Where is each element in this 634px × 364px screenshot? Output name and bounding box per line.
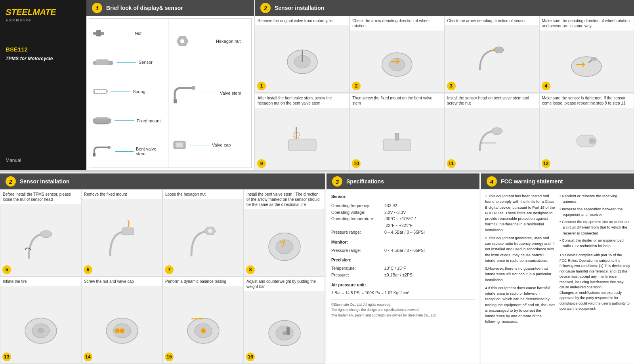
step-13-desc: Inflate the tire bbox=[0, 277, 81, 286]
step-2-badge: 2 bbox=[352, 82, 361, 90]
step-6-desc: Remove the fixed mount bbox=[82, 190, 162, 199]
section2-top-title: Sensor installation bbox=[275, 5, 324, 11]
step-1-img: 1 bbox=[255, 25, 349, 92]
valvestem-label: Valve stem bbox=[220, 91, 241, 95]
air-pressure-val: 1 Bar = 14.5 PSI = 100K Pa = 1.02 Kgf / … bbox=[331, 290, 475, 296]
part-line-sensor bbox=[116, 62, 136, 63]
step-16-badge: 16 bbox=[246, 353, 255, 361]
fcc-left: 1.This equipment has been tested and fou… bbox=[485, 193, 556, 327]
part-line-valvecap bbox=[190, 145, 210, 145]
spec-monitor-pressure-key: Pressure range: bbox=[331, 247, 383, 254]
svg-rect-28 bbox=[383, 139, 411, 151]
step-13-img: 13 bbox=[0, 286, 81, 363]
step-5-badge: 5 bbox=[2, 265, 11, 274]
bottom-section: 2 Sensor installation Before install the… bbox=[0, 173, 634, 364]
section4-header: 4 FCC warning statement bbox=[481, 173, 634, 189]
svg-rect-14 bbox=[174, 99, 177, 103]
svg-rect-37 bbox=[122, 228, 134, 235]
brand-name: STEELMATE bbox=[6, 7, 56, 17]
step-3-badge: 3 bbox=[447, 82, 456, 90]
step-cell-2: Check the arrow denoting direction of wh… bbox=[349, 16, 444, 93]
hexnut-label: Hexagon nut bbox=[216, 39, 241, 44]
svg-marker-7 bbox=[93, 117, 111, 119]
step-10-img: 10 bbox=[350, 108, 444, 170]
precision-label: Precision: bbox=[331, 257, 351, 262]
fcc-bullet-1: • Reorient or relocate the receiving ant… bbox=[560, 193, 630, 205]
svg-point-12 bbox=[180, 39, 184, 43]
step-4-desc: Make sure the denoting direction of whee… bbox=[540, 16, 634, 30]
step-cell-13: Inflate the tire 13 bbox=[0, 276, 81, 364]
step-2-illustration bbox=[379, 45, 415, 78]
svg-marker-8 bbox=[93, 123, 111, 124]
spec-temp2-val: -22°F～+221°F bbox=[384, 222, 412, 229]
spec-monitor-pressure: Pressure range: 0～4.5Bar / 0～65PSI bbox=[331, 247, 475, 254]
step-8-img: 8 bbox=[244, 209, 325, 276]
valve-diagram: Hexagon nut Valve stem bbox=[168, 19, 251, 168]
step-12-desc: Make sure the sensor is tightened. If th… bbox=[540, 93, 634, 108]
step-cell-1: Remove the original valve from motorcycl… bbox=[255, 16, 349, 93]
spec-precision-temp-key: Temperature: bbox=[331, 265, 383, 272]
section1-title: Brief look of display& sensor bbox=[106, 5, 183, 11]
part-fixed-label: Fixed mount bbox=[137, 118, 161, 123]
spec-pressure-key: Pressure range: bbox=[331, 229, 383, 236]
step-cell-7: Loose the hexagon nut 7 bbox=[162, 189, 244, 276]
part-line-fixed bbox=[115, 120, 134, 121]
spec-temp-key: Operating temperature: bbox=[331, 215, 383, 222]
section1-number: 1 bbox=[92, 3, 102, 13]
step-8-desc: Install the bent valve stem . The direct… bbox=[244, 190, 325, 209]
part-line-valvestem bbox=[198, 93, 218, 93]
step-cell-12: Make sure the sensor is tightened. If th… bbox=[539, 93, 634, 170]
spec-temp2: -22°F～+221°F bbox=[331, 222, 475, 229]
svg-point-56 bbox=[283, 331, 286, 335]
step-11-badge: 11 bbox=[447, 159, 456, 168]
spec-precision-pressure: Pressure: ±0.1Bar / ±2PSI bbox=[331, 272, 475, 278]
valvestem-icon bbox=[172, 82, 195, 104]
step-1-illustration bbox=[285, 42, 320, 76]
step-16-desc: Adjust and counterweight by putting the … bbox=[244, 277, 325, 291]
spec-pressure: Pressure range: 0～4.5Bar / 0～65PSI bbox=[331, 229, 475, 236]
svg-rect-10 bbox=[93, 153, 95, 156]
svg-point-44 bbox=[38, 328, 44, 333]
bottom-steps-row1: Before install the TPMS sensor, please l… bbox=[0, 189, 325, 276]
fcc-bottom-text: This device complies with part 15 of the… bbox=[560, 253, 630, 312]
spec-precision-pressure-val: ±0.1Bar / ±2PSI bbox=[384, 272, 414, 278]
step-6-badge: 6 bbox=[84, 265, 92, 274]
svg-point-36 bbox=[40, 231, 52, 238]
sidebar-model: BSE112 bbox=[6, 46, 81, 53]
step-1-badge: 1 bbox=[257, 82, 266, 90]
brief-look-area: Nut Sensor bbox=[89, 18, 252, 168]
svg-point-13 bbox=[191, 86, 195, 90]
fcc-bullet-3: • Connect the equipment into an outlet o… bbox=[560, 219, 630, 236]
step-8-illustration bbox=[265, 221, 304, 265]
parts-diagram: Nut Sensor bbox=[89, 19, 168, 168]
hexnut-icon bbox=[172, 36, 191, 47]
copyright: ©Steelmate Co., Ltd. All rights reserved… bbox=[331, 299, 475, 318]
step-9-badge: 9 bbox=[257, 159, 266, 168]
specs-content: Sensor: Operating frequency: 433.92 Oper… bbox=[327, 189, 479, 322]
section4: 4 FCC warning statement 1.This equipment… bbox=[481, 173, 634, 364]
step-5-desc: Before install the TPMS sensor, please l… bbox=[0, 190, 81, 204]
step-cell-14: Screw the nut and valve cap 14 bbox=[81, 276, 162, 364]
step-9-illustration bbox=[285, 123, 320, 155]
svg-point-31 bbox=[491, 128, 502, 135]
sidebar: STEELMATE . Automotive BSE112 TPMS for M… bbox=[0, 0, 86, 170]
step-4-badge: 4 bbox=[542, 82, 550, 90]
part-line-nut bbox=[113, 33, 132, 33]
part-bent-label: Bent valve stem bbox=[136, 147, 165, 156]
air-pressure-label: Air pressure unit: bbox=[331, 282, 366, 287]
spec-freq-key: Operating frequency: bbox=[331, 202, 383, 209]
step-14-img: 14 bbox=[82, 286, 162, 363]
svg-rect-30 bbox=[395, 133, 399, 140]
step-4-img: 4 bbox=[540, 30, 634, 92]
spec-precision-pressure-key: Pressure: bbox=[331, 272, 383, 278]
step-cell-9: After install the bent valve stem, screw… bbox=[255, 93, 349, 170]
step-cell-3: Check the arrow denoting direction of se… bbox=[445, 16, 539, 93]
step-15-illustration bbox=[183, 303, 223, 347]
step-16-img: 16 bbox=[244, 291, 325, 363]
step-9-img: 9 bbox=[255, 108, 349, 170]
part-nut: Nut bbox=[92, 29, 165, 38]
step-13-illustration bbox=[21, 303, 61, 347]
step-cell-11: Install the sensor head on bent valve st… bbox=[445, 93, 539, 170]
step-cell-4: Make sure the denoting direction of whee… bbox=[539, 16, 634, 93]
step-5-img: 5 bbox=[0, 204, 81, 276]
